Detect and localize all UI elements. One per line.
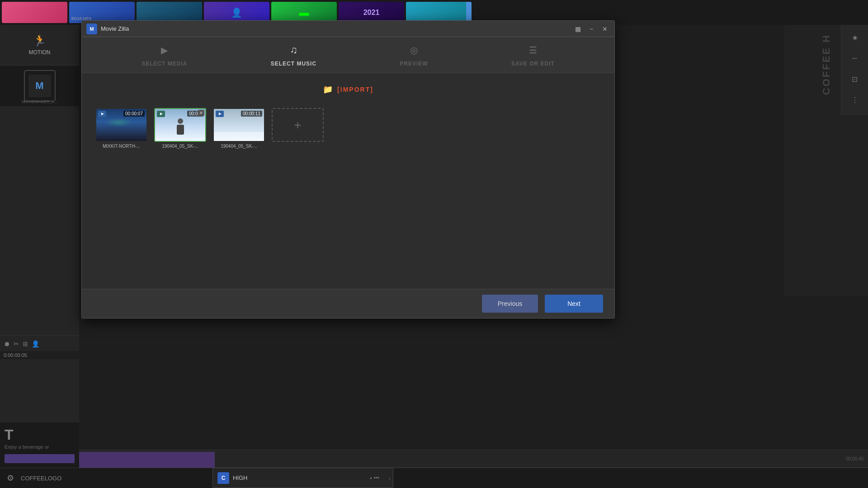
previous-button[interactable]: Previous [482,295,538,313]
step-select-music[interactable]: ♫ SELECT MUSIC [271,43,316,67]
text-overlay-letter: T [5,427,75,442]
dialog-controls: ▦ − ✕ [573,24,610,34]
media-thumb-1: ▶ 00:00:07 [95,108,147,142]
time-value: 0:00:00:05 [4,352,27,358]
time-display: 0:00:00:05 [0,351,79,359]
timeline-bar [79,452,215,468]
media-thumb-3: ▶ 00:00:11 [213,108,265,142]
filmstrip-thumb-1[interactable] [2,2,67,23]
minimize-button[interactable]: − [586,24,596,34]
timestamp-3: 00:00:11 [241,111,262,117]
step-music-icon: ♫ [287,43,300,57]
right-icon-dots[interactable]: ⋮ [847,92,863,108]
right-icons-panel: ★ ↔ ⊡ ⋮ [841,25,868,115]
filmstrip-thumb-5[interactable]: ▬ [271,2,337,23]
import-button[interactable]: 📁 [IMPORT] [316,82,380,97]
filename-1: MIXKIT-NORTH-... [95,144,147,149]
settings-icon[interactable]: ⚙ [7,473,14,483]
dialog-titlebar: M Movie Zilla ▦ − ✕ [82,21,614,37]
grid-button[interactable]: ▦ [573,24,583,34]
timestamp-1: 00:00:07 [123,111,145,117]
step-preview[interactable]: ◎ PREVIEW [400,43,428,67]
toolbar-cut-icon[interactable]: ✂ [14,340,19,347]
close-media-2[interactable]: ✕ [198,110,204,116]
type-badge-3: ▶ [216,111,224,117]
add-placeholder-box: + [272,108,324,142]
step-preview-label: PREVIEW [400,61,428,67]
sidebar-toolbar: ⏺ ✂ ⊞ 👤 [0,335,79,352]
type-badge-1: ▶ [98,111,106,117]
aurora-effect [105,118,132,127]
type-badge-2: ▶ [157,111,165,117]
filename-3: 190404_05_SK-... [213,144,265,149]
steps-bar: ▶ SELECT MEDIA ♫ SELECT MUSIC ◎ PREVIEW … [82,37,614,73]
step-music-label: SELECT MUSIC [271,61,316,67]
step-select-media[interactable]: ▶ SELECT MEDIA [142,43,187,67]
filmstrip-thumb-4[interactable]: 👤 [204,2,269,23]
step-save-edit[interactable]: ☰ SAVE OR EDIT [511,43,555,67]
sidebar-motion[interactable]: 🏃 MOTION [0,25,79,66]
main-dialog: M Movie Zilla ▦ − ✕ ▶ SELECT MEDIA ♫ SEL… [81,20,615,319]
right-icon-expand[interactable]: ⊡ [847,71,863,87]
filmstrip-thumb-7[interactable] [406,2,472,23]
moviemaker-thumb[interactable]: M MOVIEMAKER_L... [0,66,79,106]
import-row: 📁 [IMPORT] [95,82,601,97]
dialog-logo: M [86,23,97,34]
right-icon-arrows[interactable]: ↔ [847,50,863,66]
ruler-time-right: 00:00:40 [846,456,863,461]
dialog-title: Movie Zilla [101,25,573,32]
filmstrip-thumb-6[interactable]: 2021 [339,2,404,23]
toolbar-person-icon[interactable]: 👤 [32,340,39,347]
filename-2: 190404_05_SK-... [154,144,206,149]
close-button[interactable]: ✕ [600,24,610,34]
motion-icon: 🏃 [33,34,47,47]
skier-silhouette [174,118,187,136]
left-sidebar: 🏃 MOTION M MOVIEMAKER_L... [0,25,79,468]
add-media-placeholder[interactable]: + [272,108,324,149]
taskbar-item-icon: C [217,472,229,484]
dialog-content: 📁 [IMPORT] ▶ 00:00:07 MIXKIT-NORTH-... [82,73,614,289]
media-thumb-2: ▶ 00:00: ✕ [154,108,206,142]
step-preview-icon: ◎ [407,43,421,57]
bottom-bar: ⚙ COFFEELOGO [0,468,868,488]
filmstrip-thumb-2[interactable]: EG16.MP4 [69,2,135,23]
toolbar-grid-icon[interactable]: ⊞ [23,340,28,347]
step-media-label: SELECT MEDIA [142,61,187,67]
taskbar-item[interactable]: C HIGH ▪ ••• › [212,468,393,488]
app-name-label: COFFEELOGO [21,475,61,482]
toolbar-clock-icon[interactable]: ⏺ [4,340,10,347]
right-icon-star[interactable]: ★ [847,29,863,46]
import-label: [IMPORT] [337,86,373,93]
plus-icon: + [294,118,301,132]
next-button[interactable]: Next [545,295,603,313]
dialog-footer: Previous Next [82,289,614,318]
right-panel-text: COFFEE H [821,34,832,95]
logo-letter: M [90,26,94,32]
media-item-1[interactable]: ▶ 00:00:07 MIXKIT-NORTH-... [95,108,147,149]
filmstrip-thumb-3[interactable] [137,2,202,23]
media-item-2[interactable]: ▶ 00:00: ✕ 190404_05_SK-... [154,108,206,149]
import-folder-icon: 📁 [323,84,334,94]
taskbar-item-label: HIGH [233,474,248,481]
motion-label: MOTION [29,49,51,56]
media-grid: ▶ 00:00:07 MIXKIT-NORTH-... ▶ 00:00: ✕ [95,108,601,280]
text-overlay: T Enjoy a beverage or [0,422,79,468]
step-save-icon: ☰ [526,43,540,57]
media-item-3[interactable]: ▶ 00:00:11 190404_05_SK-... [213,108,265,149]
step-save-label: SAVE OR EDIT [511,61,555,67]
step-media-icon: ▶ [158,43,171,57]
text-overlay-message: Enjoy a beverage or [5,444,75,450]
